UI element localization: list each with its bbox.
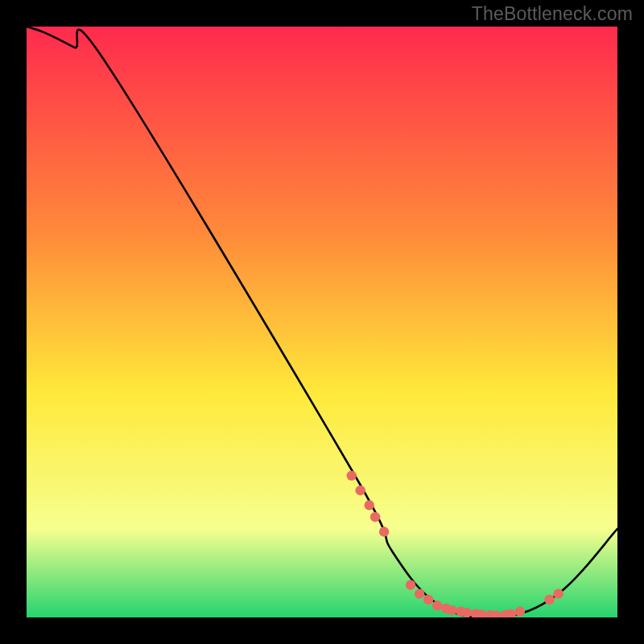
data-point <box>406 580 415 589</box>
data-point <box>365 500 374 510</box>
data-point <box>379 526 389 536</box>
data-point <box>356 485 365 495</box>
data-point <box>347 471 357 481</box>
data-point <box>515 606 525 616</box>
data-point <box>553 588 563 598</box>
data-point <box>423 595 433 605</box>
data-point <box>544 595 554 605</box>
data-point <box>447 605 456 615</box>
data-point <box>370 512 380 522</box>
chart-frame: TheBottleneck.com <box>0 0 644 644</box>
plot-area <box>27 27 617 617</box>
gradient-chart-svg <box>27 27 617 617</box>
data-point <box>432 601 442 610</box>
data-point <box>462 608 472 617</box>
data-point <box>415 588 424 598</box>
gradient-background <box>27 27 617 617</box>
watermark-text: TheBottleneck.com <box>472 3 633 25</box>
